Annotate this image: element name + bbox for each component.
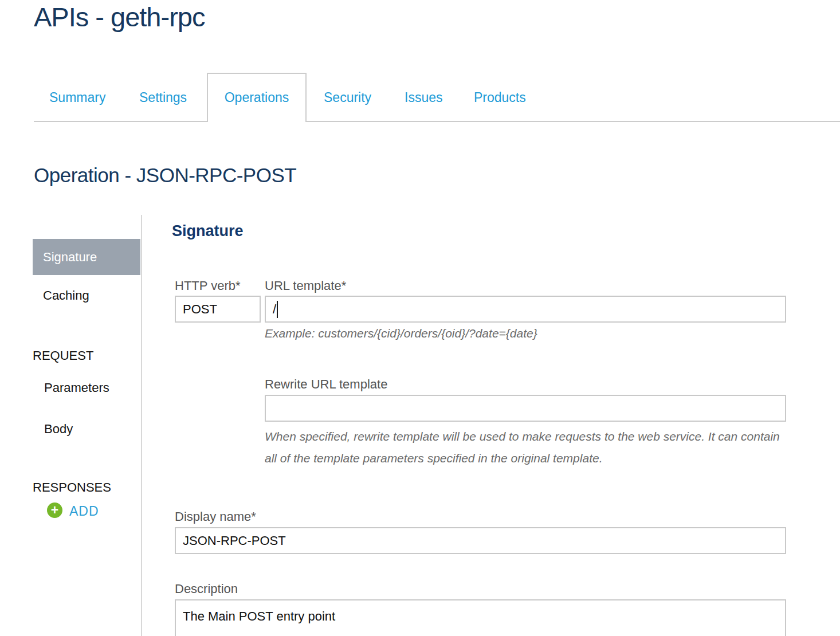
rewrite-url-label: Rewrite URL template <box>265 377 387 392</box>
sidebar-item-caching[interactable]: Caching <box>43 288 89 303</box>
tab-operations[interactable]: Operations <box>207 73 307 122</box>
sidebar-section-request: REQUEST <box>33 348 93 363</box>
sidebar-section-responses: RESPONSES <box>33 480 111 495</box>
page-title: APIs - geth-rpc <box>34 1 205 33</box>
url-template-value: / <box>273 302 276 317</box>
rewrite-url-input[interactable] <box>265 395 786 422</box>
text-caret <box>277 301 278 318</box>
signature-section-heading: Signature <box>172 222 244 240</box>
tab-products[interactable]: Products <box>474 90 526 105</box>
add-response-button[interactable]: ADD <box>69 504 99 519</box>
display-name-input[interactable] <box>175 527 786 554</box>
http-verb-input[interactable] <box>175 296 261 323</box>
add-plus-icon[interactable]: + <box>47 502 62 518</box>
sidebar-item-body[interactable]: Body <box>44 422 73 437</box>
rewrite-url-help: When specified, rewrite template will be… <box>265 426 787 469</box>
tab-summary[interactable]: Summary <box>49 90 105 105</box>
description-label: Description <box>175 582 238 596</box>
tab-security[interactable]: Security <box>324 90 371 105</box>
sidebar-item-signature[interactable]: Signature <box>33 239 140 275</box>
url-template-label: URL template* <box>265 278 346 293</box>
url-template-example: Example: customers/{cid}/orders/{oid}/?d… <box>265 327 537 340</box>
description-textarea[interactable]: The Main POST entry point <box>175 599 786 636</box>
tab-bar-underline <box>34 121 840 122</box>
tab-issues[interactable]: Issues <box>405 90 442 105</box>
tab-operations-label: Operations <box>225 90 289 105</box>
http-verb-label: HTTP verb* <box>175 278 241 293</box>
sidebar-divider <box>141 215 142 636</box>
operation-heading: Operation - JSON-RPC-POST <box>34 164 296 187</box>
sidebar-item-parameters[interactable]: Parameters <box>44 380 109 395</box>
tab-settings[interactable]: Settings <box>139 90 187 105</box>
url-template-input[interactable]: / <box>265 296 786 323</box>
display-name-label: Display name* <box>175 509 256 524</box>
